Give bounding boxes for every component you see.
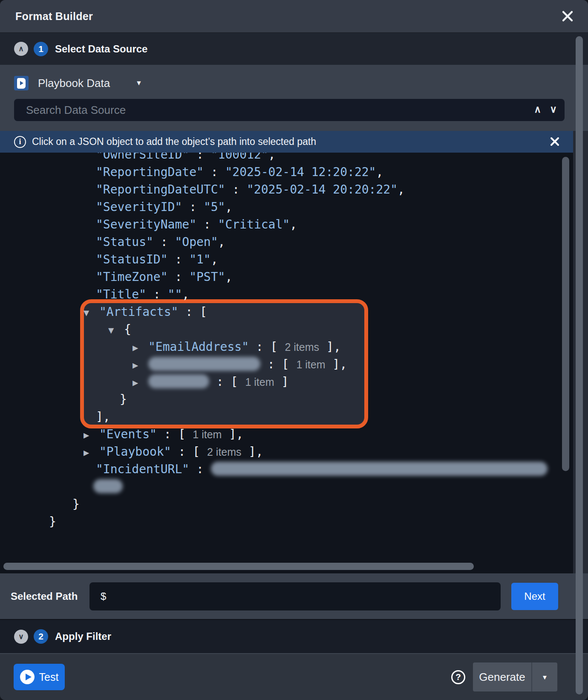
modal-scrollbar[interactable]: [576, 36, 583, 694]
info-banner: i Click on a JSON object to add the obje…: [0, 131, 573, 153]
info-banner-text: Click on a JSON object to add the object…: [32, 136, 316, 148]
json-line[interactable]: ▶"Events" : [1 item],: [0, 425, 588, 443]
step1-title: Select Data Source: [55, 43, 147, 55]
tree-toggle-icon[interactable]: ▼: [84, 304, 99, 321]
generate-dropdown-icon[interactable]: ▼: [531, 662, 557, 691]
generate-button[interactable]: Generate: [473, 662, 531, 691]
tree-toggle-icon[interactable]: ▶: [84, 426, 99, 444]
json-line[interactable]: [0, 478, 588, 495]
search-next-icon[interactable]: ∨: [550, 104, 557, 115]
selected-path-label: Selected Path: [11, 590, 89, 602]
json-line[interactable]: }: [0, 513, 588, 530]
step2-header: ∨ 2 Apply Filter: [0, 619, 588, 653]
dialog-footer: Test ? Generate ▼: [0, 653, 588, 700]
dialog-title: Format Builder: [15, 10, 93, 23]
json-line[interactable]: "IncidentURL" :: [0, 460, 588, 478]
json-tree-panel: "OwnerSiteID" : "100012","ReportingDate"…: [0, 153, 588, 573]
data-source-area: Playbook Data ▼ ∧ ∨: [0, 65, 588, 131]
json-line[interactable]: }: [0, 390, 588, 408]
json-line[interactable]: ▼{: [0, 321, 588, 338]
json-line[interactable]: ▼"Artifacts" : [: [0, 303, 588, 321]
json-line[interactable]: }: [0, 495, 588, 513]
json-line[interactable]: "ReportingDate" : "2025-02-14 12:20:22",: [0, 163, 588, 181]
json-line[interactable]: "TimeZone" : "PST",: [0, 268, 588, 286]
format-builder-dialog: Format Builder ∧ 1 Select Data Source Pl…: [0, 0, 588, 700]
expand-step2-button[interactable]: ∨: [14, 630, 28, 644]
banner-close-icon[interactable]: [550, 137, 559, 146]
step1-number-badge: 1: [34, 42, 48, 56]
json-line[interactable]: ▶"Playbook" : [2 items],: [0, 443, 588, 460]
data-source-selected-value: Playbook Data: [38, 77, 110, 90]
json-line[interactable]: ▶"EmailAddress" : [2 items],: [0, 338, 588, 356]
json-line[interactable]: "Title" : "",: [0, 286, 588, 303]
next-button[interactable]: Next: [511, 583, 558, 610]
test-button[interactable]: Test: [14, 664, 65, 690]
json-line[interactable]: "ReportingDateUTC" : "2025-02-14 20:20:2…: [0, 181, 588, 198]
step2-title: Apply Filter: [55, 631, 111, 642]
json-vertical-scrollbar[interactable]: [562, 157, 569, 471]
json-line[interactable]: ],: [0, 408, 588, 425]
json-line[interactable]: "SeverityID" : "5",: [0, 198, 588, 216]
redacted-value: [211, 462, 548, 476]
json-tree[interactable]: "OwnerSiteID" : "100012","ReportingDate"…: [0, 153, 588, 530]
tree-toggle-icon[interactable]: ▶: [133, 356, 148, 374]
search-prev-icon[interactable]: ∧: [534, 104, 541, 115]
json-line[interactable]: ▶ : [1 item]: [0, 373, 588, 390]
search-data-source-input[interactable]: [14, 99, 565, 121]
info-icon: i: [14, 136, 26, 148]
json-line[interactable]: "Status" : "Open",: [0, 233, 588, 251]
chevron-down-icon[interactable]: ▼: [135, 79, 142, 87]
collapse-step1-button[interactable]: ∧: [14, 42, 28, 56]
test-button-label: Test: [39, 671, 59, 683]
redacted-value: [93, 479, 123, 493]
tree-toggle-icon[interactable]: ▶: [133, 339, 148, 356]
tree-toggle-icon[interactable]: ▶: [84, 444, 99, 461]
playbook-data-icon: [14, 76, 29, 90]
json-line[interactable]: "OwnerSiteID" : "100012",: [0, 153, 588, 163]
selected-path-row: Selected Path Next: [0, 573, 588, 619]
close-icon[interactable]: [562, 10, 574, 22]
data-source-dropdown[interactable]: Playbook Data ▼: [14, 71, 574, 95]
json-line[interactable]: "StatusID" : "1",: [0, 251, 588, 268]
redacted-value: [148, 374, 209, 388]
help-icon[interactable]: ?: [451, 670, 465, 684]
step1-header: ∧ 1 Select Data Source: [0, 32, 588, 65]
json-horizontal-scrollbar[interactable]: [3, 563, 474, 570]
dialog-titlebar: Format Builder: [0, 0, 588, 32]
json-line[interactable]: ▶ : [1 item],: [0, 356, 588, 373]
selected-path-input[interactable]: [89, 582, 501, 610]
step2-number-badge: 2: [34, 629, 48, 644]
play-icon: [20, 670, 35, 684]
json-line[interactable]: "SeverityName" : "Critical",: [0, 216, 588, 233]
tree-toggle-icon[interactable]: ▶: [133, 374, 148, 391]
redacted-value: [148, 357, 260, 371]
tree-toggle-icon[interactable]: ▼: [108, 321, 124, 339]
